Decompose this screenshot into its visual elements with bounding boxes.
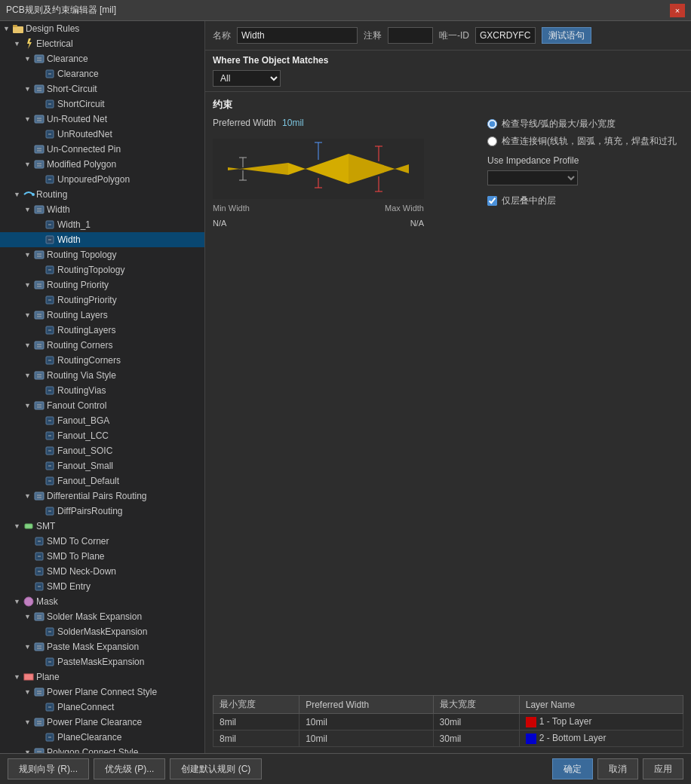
tree-item-power-plane-clearance[interactable]: ▼Power Plane Clearance — [0, 715, 204, 730]
name-input[interactable] — [237, 27, 358, 44]
tree-label-smd-entry: SMD Entry — [47, 581, 91, 592]
apply-button[interactable]: 应用 — [643, 758, 683, 779]
tree-item-short-circuit[interactable]: ▼Short-Circuit — [0, 81, 204, 96]
svg-rect-97 — [24, 674, 33, 680]
max-width-value: N/A — [410, 219, 424, 228]
radio-connected[interactable] — [487, 136, 497, 146]
tree-item-routing-priority-item[interactable]: RoutingPriority — [0, 292, 204, 308]
name-label: 名称 — [213, 29, 231, 42]
tree-label-routing-priority: Routing Priority — [47, 280, 109, 290]
tree-item-smd-neck-down[interactable]: SMD Neck-Down — [0, 564, 204, 579]
rule-folder-icon-un-routed-net — [33, 113, 45, 125]
tree-item-smt[interactable]: ▼SMT — [0, 519, 204, 534]
tree-item-polygon-connect[interactable]: ▼Polygon Connect Style — [0, 745, 204, 753]
tree-item-design-rules[interactable]: ▼Design Rules — [0, 21, 204, 36]
test-button[interactable]: 测试语句 — [542, 27, 591, 44]
rule-folder-icon-power-plane-clearance — [33, 716, 45, 728]
table-row[interactable]: 8mil10mil30mil1 - Top Layer — [213, 714, 683, 730]
tree-item-routing-corners[interactable]: ▼Routing Corners — [0, 338, 204, 353]
create-default-button[interactable]: 创建默认规则 (C) — [170, 758, 262, 779]
tree-item-fanout-small[interactable]: Fanout_Small — [0, 458, 204, 473]
tree-item-routing-layers-item[interactable]: RoutingLayers — [0, 323, 204, 338]
constraints-body: Preferred Width 10mil — [213, 118, 683, 689]
table-row[interactable]: 8mil10mil30mil2 - Bottom Layer — [213, 730, 683, 747]
radio-arc[interactable] — [487, 119, 497, 129]
tree-arrow-design-rules: ▼ — [3, 25, 12, 32]
tree-item-paste-mask-item[interactable]: PasteMaskExpansion — [0, 654, 204, 669]
close-button[interactable]: × — [670, 4, 685, 17]
tree-arrow-diff-pairs-routing: ▼ — [24, 492, 33, 500]
tree-item-un-connected-pin[interactable]: Un-Connected Pin — [0, 142, 204, 157]
tree-item-smd-to-plane[interactable]: SMD To Plane — [0, 549, 204, 564]
rule-icon-fanout-soic — [44, 445, 56, 457]
tree-item-routing-vias-item[interactable]: RoutingVias — [0, 383, 204, 398]
tree-label-unrouted-item: UnRoutedNet — [57, 129, 112, 139]
layers-checkbox[interactable] — [487, 196, 497, 206]
impedance-row: Use Impedance Profile — [487, 155, 683, 166]
tree-item-unrouted-item[interactable]: UnRoutedNet — [0, 127, 204, 142]
tree-item-routing-priority[interactable]: ▼Routing Priority — [0, 277, 204, 292]
tree-item-plane[interactable]: ▼Plane — [0, 669, 204, 684]
tree-label-power-plane-connect: Power Plane Connect Style — [47, 687, 157, 697]
svg-rect-18 — [35, 145, 44, 153]
priorities-button[interactable]: 优先级 (P)... — [94, 758, 165, 779]
tree-item-clearance-item[interactable]: Clearance — [0, 66, 204, 81]
tree-item-routing-via-style[interactable]: ▼Routing Via Style — [0, 368, 204, 383]
tree-item-fanout-default[interactable]: Fanout_Default — [0, 473, 204, 488]
tree-item-routing-topology[interactable]: ▼Routing Topology — [0, 247, 204, 262]
tree-item-power-plane-connect[interactable]: ▼Power Plane Connect Style — [0, 684, 204, 700]
constraints-title: 约束 — [213, 98, 683, 112]
rule-folder-icon-paste-mask — [33, 641, 45, 653]
checkbox-row: 仅层叠中的层 — [487, 194, 683, 207]
uniqueid-input[interactable] — [475, 27, 536, 44]
tree-item-solder-mask[interactable]: ▼Solder Mask Expansion — [0, 609, 204, 624]
tree-item-width[interactable]: Width — [0, 232, 204, 247]
ok-button[interactable]: 确定 — [552, 758, 593, 779]
tree-item-routing-corners-item[interactable]: RoutingCorners — [0, 353, 204, 368]
svg-rect-1 — [13, 25, 17, 27]
tree-item-fanout-soic[interactable]: Fanout_SOIC — [0, 443, 204, 458]
comment-input[interactable] — [388, 27, 433, 44]
tree-item-short-circuit-item[interactable]: ShortCircuit — [0, 96, 204, 112]
where-select[interactable]: All — [213, 70, 281, 87]
tree-item-routing-layers[interactable]: ▼Routing Layers — [0, 308, 204, 323]
cancel-button[interactable]: 取消 — [597, 758, 638, 779]
tree-item-diff-pairs-routing[interactable]: ▼Differential Pairs Routing — [0, 488, 204, 504]
min-width-label: Min Width — [213, 204, 250, 213]
tree-item-routing[interactable]: ▼Routing — [0, 187, 204, 202]
tree-item-smd-to-corner[interactable]: SMD To Corner — [0, 534, 204, 549]
tree-item-solder-mask-item[interactable]: SolderMaskExpansion — [0, 624, 204, 639]
tree-arrow-short-circuit: ▼ — [24, 85, 33, 93]
bottom-left: 规则向导 (R)... 优先级 (P)... 创建默认规则 (C) — [8, 758, 262, 779]
tree-arrow-routing-topology: ▼ — [24, 251, 33, 259]
tree-item-electrical[interactable]: ▼Electrical — [0, 36, 204, 51]
tree-item-un-routed-net[interactable]: ▼Un-Routed Net — [0, 112, 204, 127]
tree-label-clearance-group: Clearance — [47, 54, 88, 64]
impedance-select[interactable] — [487, 170, 578, 185]
tree-item-paste-mask[interactable]: ▼Paste Mask Expansion — [0, 639, 204, 654]
tree-label-unpoured-polygon: UnpouredPolygon — [57, 174, 130, 185]
tree-item-unpoured-polygon[interactable]: UnpouredPolygon — [0, 172, 204, 187]
tree-item-clearance-group[interactable]: ▼Clearance — [0, 51, 204, 66]
tree-item-width-group[interactable]: ▼Width — [0, 202, 204, 217]
rule-folder-icon-routing-priority — [33, 279, 45, 291]
tree-item-mask[interactable]: ▼Mask — [0, 594, 204, 609]
tree-item-diff-pairs-item[interactable]: DiffPairsRouting — [0, 504, 204, 519]
tree-arrow-clearance-group: ▼ — [24, 55, 33, 63]
tree-item-plane-clearance-item[interactable]: PlaneClearance — [0, 730, 204, 745]
tree-item-modified-polygon[interactable]: ▼Modified Polygon — [0, 157, 204, 172]
tree-label-un-connected-pin: Un-Connected Pin — [47, 144, 121, 155]
main-content: ▼Design Rules▼Electrical▼ClearanceCleara… — [0, 21, 691, 753]
tree-item-fanout-control[interactable]: ▼Fanout Control — [0, 398, 204, 413]
rule-icon-short-circuit-item — [44, 98, 56, 110]
wizard-button[interactable]: 规则向导 (R)... — [8, 758, 89, 779]
tree-item-plane-connect-item[interactable]: PlaneConnect — [0, 700, 204, 715]
svg-rect-98 — [35, 688, 44, 696]
where-matches-section: Where The Object Matches All — [205, 51, 691, 92]
tree-item-width-1[interactable]: Width_1 — [0, 217, 204, 232]
tree-item-smd-entry[interactable]: SMD Entry — [0, 579, 204, 594]
tree-label-polygon-connect: Polygon Connect Style — [47, 747, 138, 753]
tree-item-routing-topology-item[interactable]: RoutingTopology — [0, 262, 204, 277]
tree-item-fanout-bga[interactable]: Fanout_BGA — [0, 413, 204, 428]
tree-item-fanout-lcc[interactable]: Fanout_LCC — [0, 428, 204, 443]
